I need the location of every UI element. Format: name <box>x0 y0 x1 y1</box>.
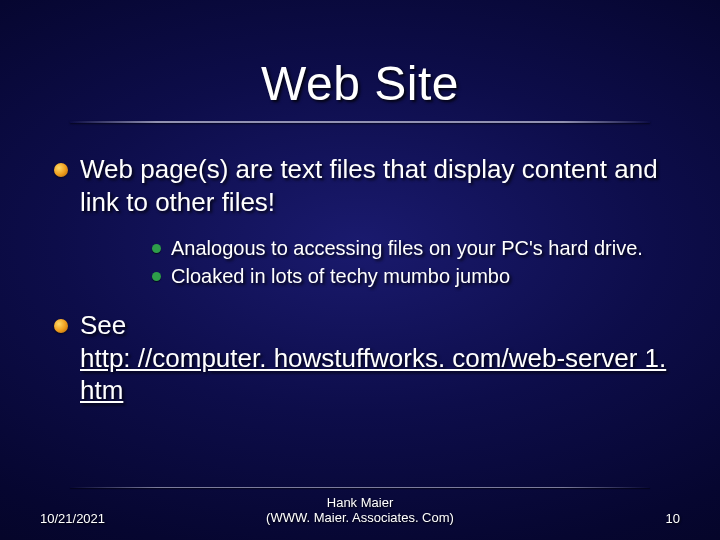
sub-bullet-list: Analogous to accessing files on your PC'… <box>54 224 680 303</box>
slide-footer: 10/21/2021 Hank Maier (WWW. Maier. Assoc… <box>0 511 720 526</box>
sub-bullet-text: Analogous to accessing files on your PC'… <box>171 236 680 262</box>
sub-bullet-icon <box>152 272 161 281</box>
slide-title: Web Site <box>0 0 720 117</box>
bullet-icon <box>54 319 68 333</box>
bullet-text: Web page(s) are text files that display … <box>80 153 680 218</box>
footer-page-number: 10 <box>666 511 680 526</box>
footer-date: 10/21/2021 <box>40 511 105 526</box>
footer-author-url: (WWW. Maier. Associates. Com) <box>266 510 454 525</box>
sub-bullet: Analogous to accessing files on your PC'… <box>152 236 680 262</box>
see-label: See <box>80 310 126 340</box>
see-link[interactable]: http: //computer. howstuffworks. com/web… <box>80 343 666 406</box>
bullet-main: Web page(s) are text files that display … <box>54 153 680 218</box>
sub-bullet-icon <box>152 244 161 253</box>
bullet-main-see: See http: //computer. howstuffworks. com… <box>54 309 680 407</box>
sub-bullet-text: Cloaked in lots of techy mumbo jumbo <box>171 264 680 290</box>
footer-underline <box>70 487 650 489</box>
slide-content: Web page(s) are text files that display … <box>0 123 720 407</box>
sub-bullet: Cloaked in lots of techy mumbo jumbo <box>152 264 680 290</box>
bullet-icon <box>54 163 68 177</box>
footer-author: Hank Maier <box>327 495 393 510</box>
